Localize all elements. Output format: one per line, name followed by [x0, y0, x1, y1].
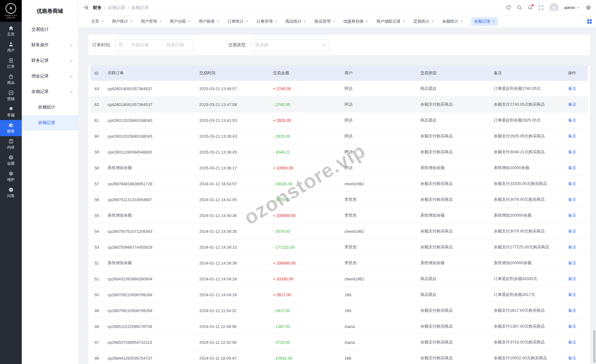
table-row: 48cp2685115120862787082024-01-11 22:48:5… — [90, 319, 588, 334]
tab[interactable]: 优惠券列表× — [343, 17, 368, 26]
tab-close-icon[interactable]: × — [130, 20, 132, 23]
tab-close-icon[interactable]: × — [460, 20, 463, 23]
tab-options-grid-icon[interactable] — [587, 19, 592, 24]
remark-action-link[interactable]: 备注 — [568, 308, 576, 313]
remark-action-link[interactable]: 备注 — [568, 292, 576, 297]
tab-close-icon[interactable]: × — [492, 20, 495, 23]
tab-close-icon[interactable]: × — [246, 20, 248, 23]
tab[interactable]: 主页× — [91, 17, 104, 26]
user-menu[interactable]: admin — [564, 5, 580, 10]
remark-action-link[interactable]: 备注 — [568, 340, 576, 344]
tab[interactable]: 商品管理× — [314, 17, 335, 26]
table-row: 49cp2687092109367992642024-01-12 11:54:3… — [90, 303, 588, 319]
search-icon[interactable] — [517, 5, 522, 10]
remark-action-link[interactable]: 备注 — [568, 213, 576, 218]
tab-close-icon[interactable]: × — [159, 20, 161, 23]
tab[interactable]: 用户管理× — [141, 17, 161, 26]
collapse-menu-icon[interactable] — [83, 5, 89, 10]
tab-close-icon[interactable]: × — [188, 20, 190, 23]
remark-action-link[interactable]: 备注 — [568, 86, 576, 91]
remark-action-link[interactable]: 备注 — [568, 324, 576, 329]
page-scrollbar[interactable] — [593, 0, 596, 364]
rail-item-goods[interactable]: 商品 — [0, 71, 22, 88]
row-actions: 备注 — [568, 113, 588, 128]
rail-item-order[interactable]: 订单 — [0, 55, 22, 71]
scrollbar-thumb[interactable] — [593, 330, 595, 363]
rail-item-settings[interactable]: 设置 — [0, 152, 22, 168]
row-amount: + 200000.00 — [273, 255, 344, 271]
row-remark: 余额支付3079.00元购买商品 — [494, 223, 568, 239]
remark-action-link[interactable]: 备注 — [568, 150, 576, 154]
table-header: ID关联订单交易时间交易金额用户交易类型备注操作 — [90, 65, 588, 81]
tab-close-icon[interactable]: × — [217, 20, 219, 23]
rail-item-marketing[interactable]: 营销 — [0, 88, 22, 104]
remark-action-link[interactable]: 备注 — [568, 118, 576, 122]
rail-item-finance[interactable]: 财务 — [0, 120, 22, 136]
tab-close-icon[interactable]: × — [275, 20, 277, 23]
remark-action-link[interactable]: 备注 — [568, 165, 576, 170]
tab[interactable]: 用户统计× — [112, 17, 132, 26]
tab[interactable]: 余额记录× — [471, 17, 498, 26]
fullscreen-icon[interactable] — [538, 5, 544, 10]
notifications-bell-icon[interactable] — [528, 5, 533, 10]
remark-action-link[interactable]: 备注 — [568, 181, 576, 186]
trade-type-select[interactable]: 请选择 — [251, 39, 329, 51]
remark-action-link[interactable]: 备注 — [568, 276, 576, 281]
table-row: 47cp2685072889547321132024-01-11 22:32:0… — [90, 334, 588, 350]
topbar: 财务 / 余额记录 / 余额记录 — [78, 0, 596, 16]
sidebar-subitem[interactable]: 余额统计 — [22, 99, 78, 115]
tab[interactable]: 商品统计× — [285, 17, 306, 26]
refresh-icon[interactable] — [506, 5, 511, 10]
row-actions: 备注 — [568, 239, 588, 255]
remark-action-link[interactable]: 备注 — [568, 134, 576, 138]
tab-close-icon[interactable]: × — [101, 20, 104, 23]
maintenance-icon — [8, 171, 14, 176]
row-amount: - 177225.00 — [273, 239, 344, 255]
tab[interactable]: 用户领取记录× — [376, 17, 405, 26]
row-amount: - 10532.00 — [273, 350, 344, 364]
tab[interactable]: 用户标签× — [199, 17, 219, 26]
rail-item-survey[interactable]: ?问卷 — [0, 185, 22, 201]
rail-item-service[interactable]: 客服 — [0, 104, 22, 120]
sidebar-item[interactable]: 佣金记录 — [22, 68, 78, 84]
sidebar-item[interactable]: 交易统计 — [22, 22, 78, 37]
row-id: 54 — [90, 223, 108, 239]
table-row: 59cp4260112800845488302025-03-21 13:36:4… — [90, 144, 588, 160]
breadcrumb-balance-records[interactable]: 余额记录 — [108, 5, 125, 11]
remark-action-link[interactable]: 备注 — [568, 245, 576, 249]
rail-item-maintenance[interactable]: 维护 — [0, 168, 22, 185]
remark-action-link[interactable]: 备注 — [568, 260, 576, 265]
date-range-input[interactable]: 开始日期 - 结束日期 — [115, 39, 193, 51]
breadcrumb-finance[interactable]: 财务 — [93, 5, 102, 11]
row-actions: 备注 — [568, 271, 588, 287]
tab[interactable]: 用户分组× — [170, 17, 190, 26]
avatar[interactable] — [549, 3, 559, 12]
tab-close-icon[interactable]: × — [304, 20, 306, 23]
sidebar-subitem[interactable]: 余额记录 — [22, 115, 78, 131]
remark-action-link[interactable]: 备注 — [568, 229, 576, 233]
remark-action-link[interactable]: 备注 — [568, 102, 576, 107]
tab[interactable]: 交易统计× — [413, 17, 434, 26]
tab[interactable]: 订单管理× — [256, 17, 277, 26]
rail-item-user[interactable]: 用户 — [0, 39, 22, 55]
rail-item-home[interactable]: 主页 — [0, 23, 22, 39]
remark-action-link[interactable]: 备注 — [568, 197, 576, 202]
tab-close-icon[interactable]: × — [333, 20, 335, 23]
sidebar-item[interactable]: 财务记录 — [22, 53, 78, 68]
app-logo[interactable]: A AMERICANDREAM — [0, 0, 22, 22]
tab-close-icon[interactable]: × — [403, 20, 405, 23]
tab[interactable]: 余额统计× — [442, 17, 463, 26]
row-type: 商品退款 — [420, 271, 494, 287]
remark-action-link[interactable]: 备注 — [568, 356, 576, 360]
row-amount: - 3715.00 — [273, 334, 344, 350]
chevron-down-icon — [70, 59, 73, 62]
row-order: cp268750666774455829 — [108, 239, 199, 255]
survey-icon: ? — [8, 187, 14, 192]
sidebar-item[interactable]: 财务操作 — [22, 37, 78, 53]
sidebar-item[interactable]: 余额记录 — [22, 84, 78, 99]
tab-close-icon[interactable]: × — [366, 20, 368, 23]
rail-item-content[interactable]: 内容 — [0, 136, 22, 152]
tab[interactable]: 订单统计× — [228, 17, 248, 26]
gear-icon[interactable] — [586, 5, 591, 10]
tab-close-icon[interactable]: × — [432, 20, 434, 23]
